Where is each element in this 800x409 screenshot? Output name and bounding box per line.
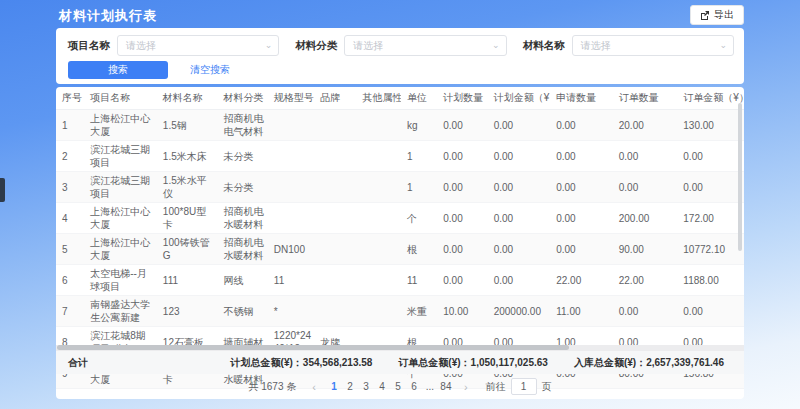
goto-page-input[interactable] <box>511 378 537 395</box>
filter-actions: 搜索 清空搜索 <box>68 61 230 79</box>
table-row: 6 太空电梯--月球项目 111 网线 11 11 0.00 0.00 22.0… <box>56 265 744 296</box>
cell-other-attrs <box>357 296 401 327</box>
cell-order-qty: 90.00 <box>613 234 678 265</box>
cell-material-name: 100*8U型卡 <box>157 203 218 234</box>
cell-order-qty: 0.00 <box>613 172 678 203</box>
cell-index: 4 <box>56 203 84 234</box>
cell-material-name: 123 <box>157 296 218 327</box>
page-number[interactable]: 84 <box>438 381 454 392</box>
chevron-down-icon: ⌄ <box>719 40 727 50</box>
page-number[interactable]: ... <box>422 381 438 392</box>
summary-item-label: 订单总金额(¥)： <box>398 357 470 368</box>
cell-project-name: 上海松江中心大厦 <box>84 203 157 234</box>
export-button[interactable]: 导出 <box>690 5 744 25</box>
pagination: 共 1673 条 ‹ 123456...84 › 前往 页 <box>56 374 744 399</box>
material-plan-page: 材料计划执行表 导出 项目名称 请选择 ⌄ 材料分类 请 <box>0 0 800 409</box>
table-row: 7 南钢盛达大学生公寓新建 123 不锈钢 * 米重 10.00 200000.… <box>56 296 744 327</box>
cell-spec-model: * <box>268 296 314 327</box>
cell-other-attrs <box>357 234 401 265</box>
cell-unit: 1 <box>401 141 437 172</box>
filter-select[interactable]: 请选择 ⌄ <box>344 35 506 56</box>
summary-items: 计划总金额(¥)：354,568,213.58 订单总金额(¥)：1,050,1… <box>231 356 744 370</box>
cell-material-category: 招商机电 水暖材料 <box>217 203 267 234</box>
cell-index: 1 <box>56 110 84 141</box>
filter-field-label: 材料分类 <box>295 39 337 53</box>
chevron-down-icon: ⌄ <box>492 40 500 50</box>
cell-planned-qty: 0.00 <box>437 234 487 265</box>
cell-applied-qty: 0.00 <box>550 110 613 141</box>
drawer-handle[interactable] <box>0 178 5 202</box>
cell-brand <box>314 172 356 203</box>
cell-project-name: 南钢盛达大学生公寓新建 <box>84 296 157 327</box>
cell-material-category: 网线 <box>217 265 267 296</box>
goto-label: 前往 <box>486 380 506 394</box>
cell-spec-model: DN100 <box>268 234 314 265</box>
cell-order-amount: 172.00 <box>677 203 744 234</box>
cell-index: 6 <box>56 265 84 296</box>
table-header-cell: 申请数量 <box>550 87 613 110</box>
table-header-cell: 规格型号 <box>268 87 314 110</box>
cell-order-amount: 0.00 <box>677 141 744 172</box>
cell-other-attrs <box>357 265 401 296</box>
cell-other-attrs <box>357 203 401 234</box>
cell-index: 3 <box>56 172 84 203</box>
filter-select-placeholder: 请选择 <box>126 39 156 53</box>
table-header-cell: 其他属性 <box>357 87 401 110</box>
cell-applied-qty: 22.00 <box>550 265 613 296</box>
cell-order-qty: 22.00 <box>613 265 678 296</box>
page-title: 材料计划执行表 <box>59 7 157 25</box>
export-icon <box>700 10 710 20</box>
cell-other-attrs <box>357 141 401 172</box>
cell-material-category: 不锈钢 <box>217 296 267 327</box>
vertical-scrollbar[interactable] <box>738 103 742 251</box>
page-number[interactable]: 6 <box>406 381 422 392</box>
summary-total-label: 合计 <box>56 356 88 370</box>
page-number[interactable]: 1 <box>326 381 342 392</box>
cell-planned-qty: 0.00 <box>437 141 487 172</box>
cell-planned-qty: 0.00 <box>437 110 487 141</box>
cell-material-category: 招商机电 水暖材料 <box>217 234 267 265</box>
cell-planned-qty: 0.00 <box>437 265 487 296</box>
filter-select[interactable]: 请选择 ⌄ <box>117 35 279 56</box>
cell-material-category: 招商机电 电气材料 <box>217 110 267 141</box>
filter-select[interactable]: 请选择 ⌄ <box>572 35 734 56</box>
cell-project-name: 上海松江中心大厦 <box>84 110 157 141</box>
cell-material-name: 111 <box>157 265 218 296</box>
cell-project-name: 滨江花城三期项目 <box>84 141 157 172</box>
cell-order-amount: 0.00 <box>677 172 744 203</box>
table-panel: 序号项目名称材料名称材料分类规格型号品牌其他属性单位计划数量计划金额（¥）申请数… <box>56 87 744 399</box>
goto-suffix: 页 <box>542 380 552 394</box>
page-number[interactable]: 3 <box>358 381 374 392</box>
page-number[interactable]: 5 <box>390 381 406 392</box>
summary-item: 入库总金额(¥)：2,657,339,761.46 <box>574 356 724 370</box>
table-header-cell: 订单金额（¥） <box>677 87 744 110</box>
cell-unit: 根 <box>401 234 437 265</box>
cell-project-name: 上海松江中心大厦 <box>84 234 157 265</box>
cell-material-name: 1.5米木床 <box>157 141 218 172</box>
filter-field: 项目名称 请选择 ⌄ <box>68 35 279 56</box>
cell-other-attrs <box>357 110 401 141</box>
filter-select-placeholder: 请选择 <box>581 39 611 53</box>
prev-page-button[interactable]: ‹ <box>308 381 320 393</box>
cell-spec-model <box>268 203 314 234</box>
next-page-button[interactable]: › <box>460 381 472 393</box>
page-number[interactable]: 4 <box>374 381 390 392</box>
table-header-cell: 单位 <box>401 87 437 110</box>
pager: 123456...84 <box>326 381 454 392</box>
cell-spec-model <box>268 110 314 141</box>
search-button[interactable]: 搜索 <box>68 61 168 79</box>
cell-material-name: 1.5钢 <box>157 110 218 141</box>
page-number[interactable]: 2 <box>342 381 358 392</box>
clear-search-link[interactable]: 清空搜索 <box>190 63 230 77</box>
table-row: 5 上海松江中心大厦 100铸铁管G 招商机电 水暖材料 DN100 根 0.0… <box>56 234 744 265</box>
filter-fields: 项目名称 请选择 ⌄ 材料分类 请选择 ⌄ 材料名称 <box>68 35 734 56</box>
cell-planned-amount: 200000.00 <box>488 296 551 327</box>
pagination-total: 共 1673 条 <box>248 380 296 394</box>
cell-material-name: 1.5米水平仪 <box>157 172 218 203</box>
cell-planned-amount: 0.00 <box>488 110 551 141</box>
summary-item-value: 354,568,213.58 <box>303 357 373 368</box>
cell-planned-amount: 0.00 <box>488 172 551 203</box>
cell-unit: 11 <box>401 265 437 296</box>
cell-order-amount: 10772.10 <box>677 234 744 265</box>
cell-planned-qty: 0.00 <box>437 172 487 203</box>
